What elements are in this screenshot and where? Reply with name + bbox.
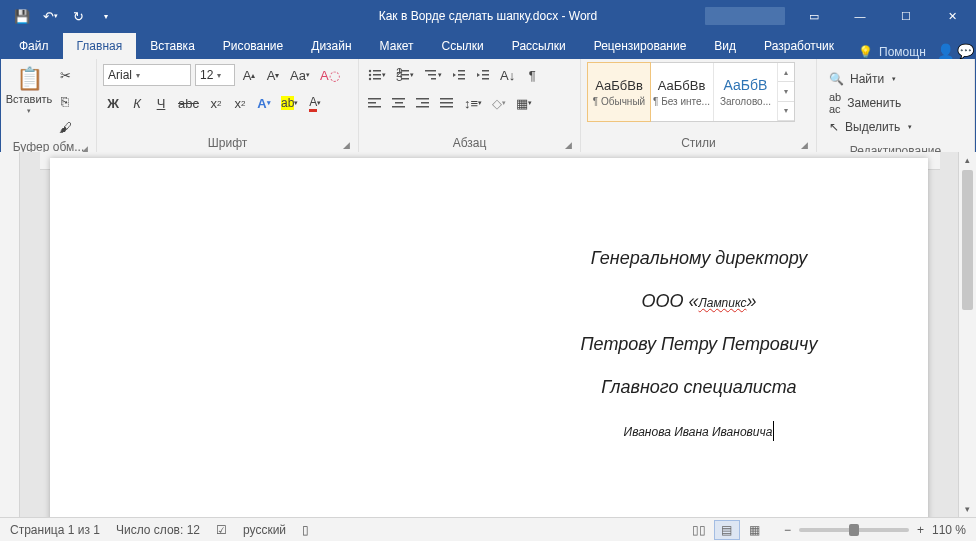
quick-access-toolbar: 💾 ↶▾ ↻ ▾ [1,3,119,29]
tab-design[interactable]: Дизайн [297,33,365,59]
macro-icon[interactable]: ▯ [302,523,309,537]
style-no-spacing[interactable]: АаБбВв¶ Без инте... [650,63,714,121]
proofing-icon[interactable]: ☑ [216,523,227,537]
svg-rect-30 [440,98,453,100]
print-layout-button[interactable]: ▤ [714,520,740,540]
tab-references[interactable]: Ссылки [428,33,498,59]
svg-rect-26 [392,106,405,108]
select-button[interactable]: ↖Выделить▾ [829,116,912,138]
align-center-button[interactable] [389,92,409,114]
change-case-button[interactable]: Aa▾ [287,64,313,86]
styles-dialog-icon[interactable]: ◢ [801,140,808,150]
justify-button[interactable] [437,92,457,114]
undo-icon[interactable]: ↶▾ [37,3,63,29]
read-mode-button[interactable]: ▯▯ [686,520,712,540]
svg-rect-27 [416,98,429,100]
tab-insert[interactable]: Вставка [136,33,209,59]
scrollbar-thumb[interactable] [962,170,973,310]
comments-icon[interactable]: 💬 [955,43,975,59]
show-marks-button[interactable]: ¶ [522,64,542,86]
tab-layout[interactable]: Макет [366,33,428,59]
decrease-indent-button[interactable] [449,64,469,86]
status-words[interactable]: Число слов: 12 [116,523,200,537]
bold-button[interactable]: Ж [103,92,123,114]
web-layout-button[interactable]: ▦ [742,520,768,540]
paragraph-dialog-icon[interactable]: ◢ [565,140,572,150]
find-button[interactable]: 🔍Найти▾ [829,68,912,90]
share-icon[interactable]: 👤 [936,43,956,59]
qat-customize-icon[interactable]: ▾ [93,3,119,29]
doc-line[interactable]: Петрову Петру Петровичу [550,334,848,355]
underline-button[interactable]: Ч [151,92,171,114]
ribbon-options-icon[interactable]: ▭ [791,1,837,31]
align-right-button[interactable] [413,92,433,114]
shrink-font-button[interactable]: A▾ [263,64,283,86]
spellcheck-word[interactable]: Лампикс [698,296,746,310]
tab-mailings[interactable]: Рассылки [498,33,580,59]
tab-review[interactable]: Рецензирование [580,33,701,59]
status-page[interactable]: Страница 1 из 1 [10,523,100,537]
tell-me[interactable]: 💡Помощн [848,45,936,59]
line-spacing-button[interactable]: ↕≡▾ [461,92,485,114]
zoom-out-button[interactable]: − [784,523,791,537]
shading-button[interactable]: ◇▾ [489,92,509,114]
tab-view[interactable]: Вид [700,33,750,59]
strike-button[interactable]: abc [175,92,202,114]
gallery-scroll[interactable]: ▴▾▾ [778,63,794,121]
copy-button[interactable]: ⎘ [55,90,75,112]
superscript-button[interactable]: x2 [230,92,250,114]
italic-button[interactable]: К [127,92,147,114]
cut-button[interactable]: ✂ [55,64,75,86]
vertical-scrollbar[interactable]: ▴ ▾ [958,152,976,517]
doc-line[interactable]: Генеральному директору [550,248,848,269]
zoom-slider[interactable] [799,528,909,532]
maximize-button[interactable]: ☐ [883,1,929,31]
grow-font-button[interactable]: A▴ [239,64,259,86]
borders-button[interactable]: ▦▾ [513,92,535,114]
bullets-button[interactable]: ▾ [365,64,389,86]
replace-button[interactable]: abacЗаменить [829,92,912,114]
svg-rect-14 [431,78,436,80]
align-left-button[interactable] [365,92,385,114]
font-size-select[interactable]: 12▾ [195,64,235,86]
doc-line[interactable]: Иванова Ивана Ивановича [550,420,848,441]
highlight-button[interactable]: ab▾ [278,92,301,114]
clear-format-button[interactable]: A◌ [317,64,343,86]
svg-rect-18 [482,70,489,72]
scroll-down-icon[interactable]: ▾ [959,501,976,517]
font-color-button[interactable]: A▾ [305,92,325,114]
tab-developer[interactable]: Разработчик [750,33,848,59]
zoom-in-button[interactable]: + [917,523,924,537]
doc-line[interactable]: ООО «Лампикс» [550,291,848,312]
tab-file[interactable]: Файл [5,33,63,59]
status-language[interactable]: русский [243,523,286,537]
style-heading1[interactable]: АаБбВЗаголово... [714,63,778,121]
redo-icon[interactable]: ↻ [65,3,91,29]
save-icon[interactable]: 💾 [9,3,35,29]
zoom-level[interactable]: 110 % [932,523,966,537]
sort-button[interactable]: A↓ [497,64,518,86]
style-normal[interactable]: АаБбВв¶ Обычный [587,62,651,122]
subscript-button[interactable]: x2 [206,92,226,114]
font-name-select[interactable]: Arial▾ [103,64,191,86]
increase-indent-button[interactable] [473,64,493,86]
replace-icon: abac [829,91,841,115]
font-dialog-icon[interactable]: ◢ [343,140,350,150]
document-page[interactable]: Генеральному директору ООО «Лампикс» Пет… [50,158,928,517]
numbering-button[interactable]: 123▾ [393,64,417,86]
doc-line[interactable]: Главного специалиста [550,377,848,398]
svg-rect-1 [373,70,381,72]
scroll-up-icon[interactable]: ▴ [959,152,976,168]
paste-button[interactable]: 📋 Вставить ▾ [7,62,51,115]
vertical-ruler[interactable] [0,152,20,517]
format-painter-button[interactable]: 🖌 [55,116,75,138]
text-effects-button[interactable]: A▾ [254,92,274,114]
minimize-button[interactable]: — [837,1,883,31]
ribbon-tabs: Файл Главная Вставка Рисование Дизайн Ма… [1,31,975,59]
svg-rect-32 [440,106,453,108]
multilevel-button[interactable]: ▾ [421,64,445,86]
close-button[interactable]: ✕ [929,1,975,31]
tab-draw[interactable]: Рисование [209,33,297,59]
search-icon: 🔍 [829,72,844,86]
tab-home[interactable]: Главная [63,33,137,59]
